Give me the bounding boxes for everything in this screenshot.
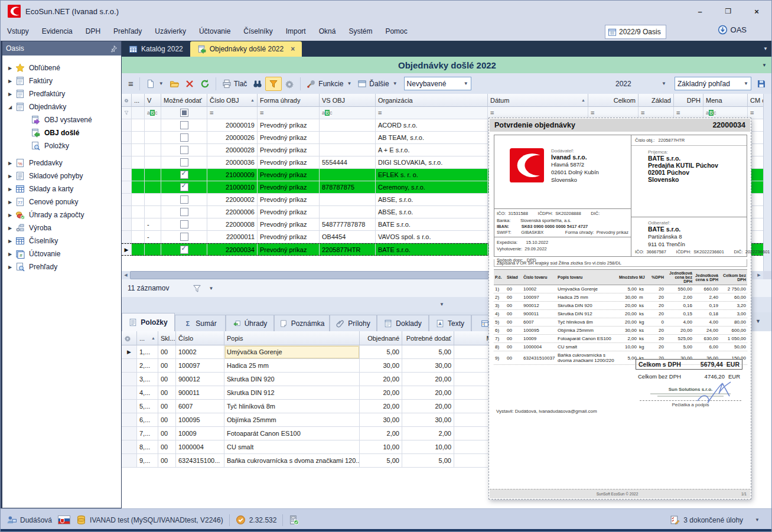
detail-tab-pozn-mka[interactable]: Poznámka (274, 315, 330, 331)
tree-arrow-icon[interactable]: ▶ (8, 265, 15, 270)
sidebar-item-preddavky[interactable]: ▶%Preddavky (2, 156, 121, 169)
cell[interactable] (161, 231, 207, 243)
settings-button[interactable] (282, 77, 297, 90)
menu-item-účtovanie[interactable]: Účtovanie (193, 25, 237, 38)
filter-cell[interactable] (132, 107, 145, 119)
vertical-scrollbar[interactable] (763, 94, 772, 271)
cell[interactable] (161, 206, 207, 218)
sidebar-item-polo-ky[interactable]: Položky (2, 139, 121, 152)
sidebar-item-objedn-vky[interactable]: ◢Objednávky (2, 100, 121, 113)
filter-cell[interactable] (161, 107, 207, 119)
scroll-left-button[interactable]: ◀ (122, 273, 130, 278)
detail-tab-texty[interactable]: ATexty (429, 315, 471, 331)
menu-item-pomoc[interactable]: Pomoc (379, 25, 413, 38)
tree-arrow-icon[interactable]: ▶ (8, 252, 15, 257)
cell[interactable] (161, 119, 207, 132)
banner-dropdown-arrow[interactable]: ▼ (762, 63, 767, 68)
column-header-Možné dodať[interactable]: Možné dodať (161, 94, 207, 107)
language-flag-icon[interactable] (58, 515, 70, 524)
period-field[interactable]: 2022/9 Oasis (605, 25, 666, 39)
filter-cell[interactable] (122, 107, 132, 119)
column-header-V[interactable]: V (145, 94, 161, 107)
items-column-header-...[interactable]: ...▲ (137, 331, 158, 345)
tree-arrow-icon[interactable]: ▶ (8, 226, 15, 231)
detail-tab-doklady[interactable]: Doklady (377, 315, 429, 331)
detail-tab-pr-lohy[interactable]: Prílohy (330, 315, 377, 331)
cell[interactable] (161, 218, 207, 231)
scrollbar-thumb[interactable] (130, 271, 514, 279)
tree-arrow-icon[interactable]: ▶ (8, 161, 15, 166)
sidebar-item-predfakt-ry[interactable]: ▶Predfaktúry (2, 87, 121, 100)
tab-objedn-vky-do-l-2022[interactable]: Objednávky došlé 2022× (190, 41, 302, 57)
menu-item-uzávierky[interactable]: Uzávierky (148, 25, 193, 38)
year-combo[interactable]: 2022▼ (612, 77, 670, 90)
sidebar-item-obj-vystaven-[interactable]: OBJ vystavené (2, 113, 121, 126)
column-header-indicator[interactable] (122, 94, 132, 107)
tree-arrow-icon[interactable]: ▶ (8, 187, 15, 192)
sidebar-item--tovanie[interactable]: ▶#Účtovanie (2, 247, 121, 260)
deliverable-checkbox[interactable] (180, 246, 188, 254)
cell[interactable] (161, 181, 207, 194)
cell[interactable] (161, 194, 207, 206)
refresh-button[interactable] (197, 77, 213, 90)
menu-item-systém[interactable]: Systém (342, 25, 379, 38)
print-button[interactable]: Tlač (219, 77, 250, 90)
cell[interactable] (161, 169, 207, 181)
tasks-status[interactable]: 3 dokončené úlohy ▼ (670, 515, 771, 525)
filter-cell[interactable]: = (207, 107, 258, 119)
save-view-button[interactable] (754, 77, 769, 90)
tab-katal-g-2022[interactable]: Katalóg 2022 (122, 41, 190, 57)
detail-tab-sum-r[interactable]: ΣSumár (175, 315, 226, 331)
tree-arrow-icon[interactable]: ▶ (8, 174, 15, 179)
open-button[interactable] (167, 77, 182, 90)
filter-cell[interactable]: aBc (320, 107, 376, 119)
tree-arrow-icon[interactable]: ▶ (8, 213, 15, 218)
sidebar-item-fakt-ry[interactable]: ▶Faktúry (2, 74, 121, 87)
filter-checkbox[interactable] (180, 109, 188, 117)
tree-arrow-icon[interactable]: ▶ (8, 92, 15, 97)
deliverable-checkbox[interactable] (180, 183, 188, 191)
deliverable-checkbox[interactable] (180, 158, 188, 167)
deliverable-checkbox[interactable] (180, 133, 188, 142)
tree-arrow-icon[interactable]: ▶ (8, 239, 15, 244)
tree-arrow-icon[interactable]: ◢ (8, 105, 15, 110)
scroll-right-button[interactable]: ▶ (755, 273, 763, 278)
grid-menu-button[interactable]: ≡ (125, 77, 136, 90)
sidebar-item-obj-do-l-[interactable]: OBJ došlé (2, 126, 121, 139)
menu-item-prehľady[interactable]: Prehľady (107, 25, 148, 38)
deliverable-checkbox[interactable] (180, 208, 188, 216)
sidebar-item--seln-ky[interactable]: ▶Číselníky (2, 234, 121, 247)
menu-item-číselníky[interactable]: Číselníky (237, 25, 279, 38)
filter-button[interactable] (265, 77, 282, 91)
filter-cell[interactable]: = (376, 107, 488, 119)
cell[interactable] (161, 156, 207, 169)
filter-outline-icon[interactable] (193, 284, 201, 293)
menu-item-evidencia[interactable]: Evidencia (35, 25, 79, 38)
maximize-button[interactable]: ❒ (722, 7, 735, 15)
sidebar-item-ob-ben-[interactable]: ▶Obľúbené (2, 61, 121, 74)
column-header-Číslo OBJ[interactable]: Číslo OBJ▲ (207, 94, 258, 107)
view-combo[interactable]: Základný pohľad▼ (675, 77, 751, 90)
column-header-Mena[interactable]: Mena (703, 94, 748, 107)
more-button[interactable]: Ďalšie▼ (354, 77, 400, 90)
detail-tab-polo-ky[interactable]: Položky (122, 313, 175, 331)
deliverable-checkbox[interactable] (180, 146, 188, 154)
menu-item-import[interactable]: Import (279, 25, 312, 38)
column-header-Celkom[interactable]: Celkom (588, 94, 639, 107)
splitter-collapse-arrow[interactable]: ▼ (439, 302, 444, 307)
items-column-header-Číslo[interactable]: Číslo (176, 331, 224, 345)
deliverable-checkbox[interactable] (180, 171, 188, 179)
items-column-header-Potrebné dodať[interactable]: Potrebné dodať (402, 331, 454, 345)
status-filter-combo[interactable]: Nevybavené▼ (404, 77, 471, 90)
tree-arrow-icon[interactable]: ▶ (8, 200, 15, 205)
tab-close-icon[interactable]: × (291, 45, 295, 53)
functions-button[interactable]: Funkcie▼ (304, 77, 354, 90)
column-header-DPH[interactable]: DPH (674, 94, 703, 107)
filter-dropdown-arrow[interactable]: ▼ (209, 286, 213, 291)
column-header-Základ[interactable]: Základ (639, 94, 674, 107)
filter-cell[interactable]: aBc (145, 107, 161, 119)
delete-button[interactable] (182, 77, 197, 90)
pin-icon[interactable] (110, 45, 118, 53)
deliverable-checkbox[interactable] (180, 121, 188, 129)
new-button[interactable]: ▼ (143, 77, 167, 90)
